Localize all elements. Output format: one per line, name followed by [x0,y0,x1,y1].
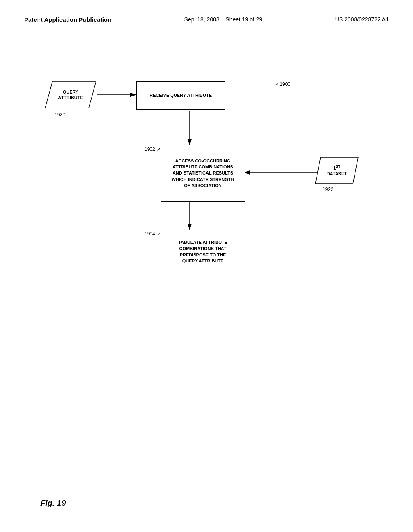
tabulate-node: TABULATE ATTRIBUTECOMBINATIONS THATPREDI… [161,230,245,274]
page-header: Patent Application Publication Sep. 18, … [0,0,413,27]
header-date-sheet: Sep. 18, 2008 Sheet 19 of 29 [184,16,263,23]
dataset-node: 1STDATASET [315,156,359,185]
dataset-label: 1STDATASET [327,164,347,177]
receive-query-attribute-node: RECEIVE QUERY ATTRIBUTE [136,81,225,110]
label-1922: 1922 [323,187,334,192]
label-1904: 1904 ↗ [144,231,161,237]
patent-number: US 2008/0228722 A1 [335,16,389,23]
query-attribute-label: QUERYATTRIBUTE [58,89,83,101]
sheet-info: Sheet 19 of 29 [225,16,262,23]
label-1920: 1920 [54,112,65,118]
figure-label: Fig. 19 [40,499,66,508]
access-node: ACCESS CO-OCCURRINGATTRIBUTE COMBINATION… [161,145,245,202]
publication-date: Sep. 18, 2008 [184,16,219,23]
label-1902: 1902 ↗ [144,146,161,152]
receive-label: RECEIVE QUERY ATTRIBUTE [150,92,212,98]
query-attribute-node: QUERYATTRIBUTE [44,81,97,109]
label-1900: ↗ 1900 [274,81,290,87]
diagram-area: QUERYATTRIBUTE 1920 ↗ 1900 RECEIVE QUERY… [32,52,381,472]
tabulate-label: TABULATE ATTRIBUTECOMBINATIONS THATPREDI… [178,239,227,264]
access-label: ACCESS CO-OCCURRINGATTRIBUTE COMBINATION… [171,158,234,189]
publication-title: Patent Application Publication [24,16,111,23]
